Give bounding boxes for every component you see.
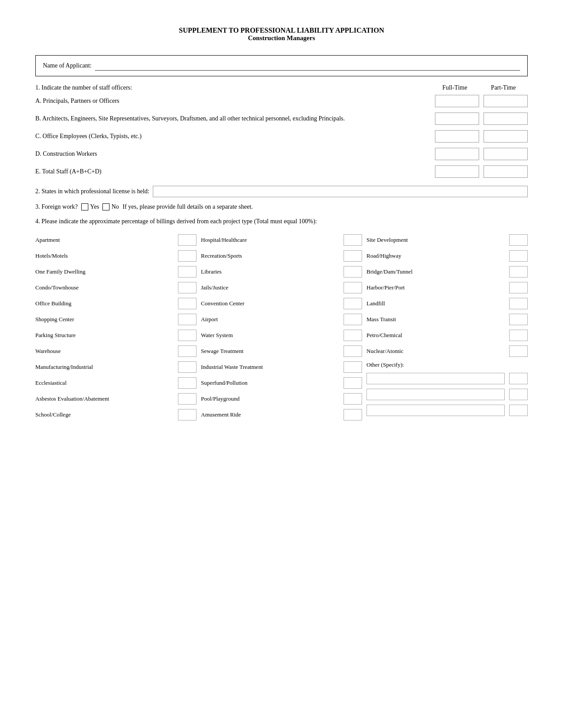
- other-specify-text3[interactable]: [367, 405, 505, 416]
- staff-d-parttime-input[interactable]: [484, 148, 528, 160]
- billing-input-hospital[interactable]: [344, 234, 362, 246]
- billing-input-nuclear[interactable]: [509, 345, 528, 357]
- billing-input-warehouse[interactable]: [178, 345, 196, 357]
- foreign-no-wrap[interactable]: No: [102, 203, 119, 210]
- billing-input-other3[interactable]: [509, 405, 528, 416]
- billing-input-industrial-waste[interactable]: [344, 361, 362, 373]
- billing-input-site[interactable]: [509, 234, 528, 246]
- foreign-yes-label: Yes: [90, 203, 99, 210]
- billing-input-office[interactable]: [178, 298, 196, 309]
- billing-label-bridge: Bridge/Dam/Tunnel: [367, 268, 506, 275]
- billing-input-onefamily[interactable]: [178, 266, 196, 278]
- billing-row-bridge: Bridge/Dam/Tunnel: [367, 264, 528, 280]
- billing-input-parking[interactable]: [178, 330, 196, 341]
- staff-c-fulltime-input[interactable]: [435, 130, 479, 143]
- billing-label-industrial-waste: Industrial Waste Treatment: [201, 364, 341, 371]
- billing-input-hotels[interactable]: [178, 250, 196, 262]
- name-applicant-input[interactable]: [95, 61, 520, 71]
- billing-input-school[interactable]: [178, 409, 196, 420]
- staff-row-b-label: B. Architects, Engineers, Site Represent…: [35, 114, 431, 123]
- staff-row-d-label: D. Construction Workers: [35, 150, 431, 158]
- billing-input-landfill[interactable]: [509, 298, 528, 309]
- foreign-note: If yes, please provide full details on a…: [123, 203, 253, 210]
- states-input[interactable]: [153, 186, 528, 197]
- billing-label-office: Office Building: [35, 300, 175, 307]
- billing-label-warehouse: Warehouse: [35, 348, 175, 355]
- billing-row-hotels: Hotels/Motels: [35, 248, 196, 264]
- billing-input-water[interactable]: [344, 330, 362, 341]
- billing-label-harbor: Harbor/Pier/Port: [367, 284, 506, 291]
- billing-input-ecclesiastical[interactable]: [178, 377, 196, 389]
- billing-row-airport: Airport: [201, 311, 362, 327]
- foreign-no-checkbox[interactable]: [102, 203, 110, 210]
- staff-a-fulltime-input[interactable]: [435, 95, 479, 107]
- billing-input-apartment[interactable]: [178, 234, 196, 246]
- foreign-no-label: No: [111, 203, 119, 210]
- billing-input-masstransit[interactable]: [509, 314, 528, 325]
- parttime-label: Part-Time: [479, 84, 528, 91]
- billing-label-airport: Airport: [201, 316, 341, 323]
- billing-row-shopping: Shopping Center: [35, 311, 196, 327]
- staff-e-parttime-input[interactable]: [484, 165, 528, 178]
- billing-row-site: Site Development: [367, 232, 528, 248]
- billing-input-manufacturing[interactable]: [178, 361, 196, 373]
- billing-label-sewage: Sewage Treatment: [201, 348, 341, 355]
- billing-row-hospital: Hospital/Healthcare: [201, 232, 362, 248]
- billing-input-jails[interactable]: [344, 282, 362, 293]
- staff-b-parttime-input[interactable]: [484, 113, 528, 125]
- staff-row-e: E. Total Staff (A+B+C+D): [35, 165, 528, 178]
- billing-row-pool: Pool/Playground: [201, 391, 362, 407]
- staff-e-fulltime-input[interactable]: [435, 165, 479, 178]
- staff-d-fulltime-input[interactable]: [435, 148, 479, 160]
- billing-input-other1[interactable]: [509, 373, 528, 384]
- staff-b-fulltime-input[interactable]: [435, 113, 479, 125]
- staff-row-d: D. Construction Workers: [35, 148, 528, 160]
- staff-c-parttime-input[interactable]: [484, 130, 528, 143]
- staff-row-a: A. Principals, Partners or Officers: [35, 95, 528, 107]
- billing-input-superfund[interactable]: [344, 377, 362, 389]
- section1-title: 1. Indicate the number of staff officers…: [35, 84, 431, 91]
- staff-a-parttime-input[interactable]: [484, 95, 528, 107]
- section4: 4. Please indicate the approximate perce…: [35, 217, 528, 423]
- name-applicant-label: Name of Applicant:: [43, 62, 91, 69]
- billing-input-shopping[interactable]: [178, 314, 196, 325]
- foreign-yes-checkbox[interactable]: [81, 203, 88, 210]
- billing-input-libraries[interactable]: [344, 266, 362, 278]
- section3: 3. Foreign work? Yes No If yes, please p…: [35, 203, 528, 210]
- foreign-yes-wrap[interactable]: Yes: [81, 203, 99, 210]
- section2-label: 2. States in which professional license …: [35, 188, 149, 195]
- billing-input-convention[interactable]: [344, 298, 362, 309]
- billing-row-other-label: Other (Specify):: [367, 359, 528, 371]
- billing-input-bridge[interactable]: [509, 266, 528, 278]
- billing-row-condo: Condo/Townhouse: [35, 280, 196, 296]
- billing-label-amusement: Amusement Ride: [201, 411, 341, 418]
- billing-input-pool[interactable]: [344, 393, 362, 405]
- section3-label: 3. Foreign work?: [35, 203, 78, 210]
- billing-label-water: Water System: [201, 332, 341, 339]
- billing-input-condo[interactable]: [178, 282, 196, 293]
- billing-input-asbestos[interactable]: [178, 393, 196, 405]
- billing-label-petro: Petro/Chemical: [367, 332, 506, 339]
- billing-label-condo: Condo/Townhouse: [35, 284, 175, 291]
- staff-row-b: B. Architects, Engineers, Site Represent…: [35, 113, 528, 125]
- billing-input-road[interactable]: [509, 250, 528, 262]
- billing-input-amusement[interactable]: [344, 409, 362, 420]
- billing-col2: Hospital/Healthcare Recreation/Sports Li…: [201, 232, 362, 423]
- other-specify-text1[interactable]: [367, 373, 505, 384]
- billing-label-onefamily: One Family Dwelling: [35, 268, 175, 275]
- other-specify-text2[interactable]: [367, 389, 505, 400]
- billing-row-warehouse: Warehouse: [35, 343, 196, 359]
- billing-input-airport[interactable]: [344, 314, 362, 325]
- billing-input-sewage[interactable]: [344, 345, 362, 357]
- billing-input-harbor[interactable]: [509, 282, 528, 293]
- billing-label-landfill: Landfill: [367, 300, 506, 307]
- billing-row-sewage: Sewage Treatment: [201, 343, 362, 359]
- billing-row-office: Office Building: [35, 296, 196, 311]
- billing-input-other2[interactable]: [509, 389, 528, 400]
- billing-row-parking: Parking Structure: [35, 327, 196, 343]
- billing-row-ecclesiastical: Ecclesiastical: [35, 375, 196, 391]
- billing-input-recreation[interactable]: [344, 250, 362, 262]
- page-title-sub: Construction Managers: [35, 34, 528, 42]
- billing-input-petro[interactable]: [509, 330, 528, 341]
- billing-label-nuclear: Nuclear/Atomic: [367, 348, 506, 355]
